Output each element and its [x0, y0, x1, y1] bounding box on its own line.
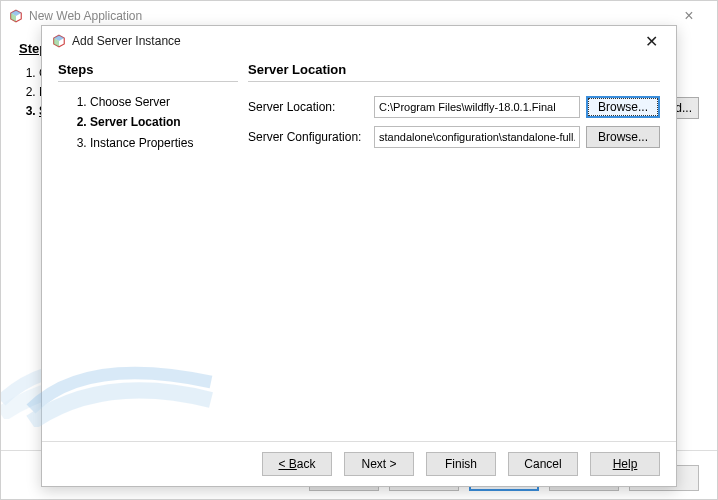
wizard-steps-panel: Steps Choose Server Server Location Inst… — [58, 62, 248, 441]
step-server-location: Server Location — [90, 112, 238, 132]
inner-button-row: < Back Next > Finish Cancel Help — [42, 441, 676, 486]
steps-heading: Steps — [58, 62, 238, 82]
close-icon[interactable]: ✕ — [637, 30, 666, 53]
outer-title: New Web Application — [29, 9, 142, 23]
inner-titlebar: Add Server Instance ✕ — [42, 26, 676, 56]
server-configuration-browse-button[interactable]: Browse... — [586, 126, 660, 148]
step-choose-server: Choose Server — [90, 92, 238, 112]
finish-button[interactable]: Finish — [426, 452, 496, 476]
cancel-button[interactable]: Cancel — [508, 452, 578, 476]
server-configuration-label: Server Configuration: — [248, 130, 368, 144]
add-server-instance-dialog: Add Server Instance ✕ Steps Choose Serve… — [41, 25, 677, 487]
next-button[interactable]: Next > — [344, 452, 414, 476]
app-hex-icon — [52, 34, 66, 48]
help-button[interactable]: Help — [590, 452, 660, 476]
server-location-browse-button[interactable]: Browse... — [586, 96, 660, 118]
decorative-swoosh — [26, 337, 216, 427]
step-instance-properties: Instance Properties — [90, 133, 238, 153]
server-location-input[interactable] — [374, 96, 580, 118]
inner-title: Add Server Instance — [72, 34, 181, 48]
outer-close-icon[interactable]: × — [669, 7, 709, 25]
server-location-row: Server Location: Browse... — [248, 96, 660, 118]
back-button[interactable]: < Back — [262, 452, 332, 476]
server-configuration-input[interactable] — [374, 126, 580, 148]
steps-list: Choose Server Server Location Instance P… — [58, 92, 238, 153]
app-hex-icon — [9, 9, 23, 23]
section-heading: Server Location — [248, 62, 660, 82]
server-location-label: Server Location: — [248, 100, 368, 114]
inner-content: Steps Choose Server Server Location Inst… — [42, 56, 676, 441]
server-configuration-row: Server Configuration: Browse... — [248, 126, 660, 148]
wizard-form-panel: Server Location Server Location: Browse.… — [248, 62, 660, 441]
